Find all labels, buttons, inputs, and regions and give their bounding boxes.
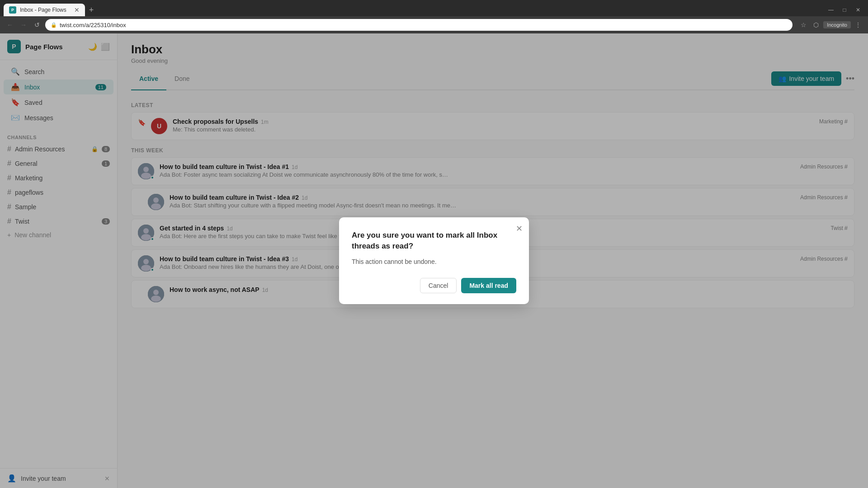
browser-tabs: P Inbox - Page Flows ✕ + — □ ✕	[0, 0, 868, 16]
active-tab[interactable]: P Inbox - Page Flows ✕	[4, 4, 85, 16]
browser-actions: ☆ ⬡ Incognito ⋮	[798, 19, 863, 30]
address-url: twist.com/a/225310/inbox	[60, 22, 126, 28]
tab-title: Inbox - Page Flows	[20, 7, 71, 13]
dialog-overlay: ✕ Are you sure you want to mark all Inbo…	[0, 33, 868, 488]
menu-button[interactable]: ⋮	[853, 19, 863, 30]
lock-icon: 🔒	[51, 22, 57, 28]
cancel-button[interactable]: Cancel	[420, 278, 457, 293]
close-window-button[interactable]: ✕	[852, 4, 864, 16]
browser-bar: ← → ↺ 🔒 twist.com/a/225310/inbox ☆ ⬡ Inc…	[0, 16, 868, 33]
browser-chrome: P Inbox - Page Flows ✕ + — □ ✕ ← → ↺ 🔒 t…	[0, 0, 868, 33]
dialog-body: This action cannot be undone.	[352, 258, 516, 265]
new-tab-button[interactable]: +	[85, 4, 98, 16]
extension-button[interactable]: ⬡	[811, 19, 821, 30]
confirm-dialog: ✕ Are you sure you want to mark all Inbo…	[339, 217, 529, 304]
tab-favicon: P	[9, 6, 16, 14]
dialog-actions: Cancel Mark all read	[352, 278, 516, 293]
tab-controls: — □ ✕	[825, 4, 864, 16]
dialog-title: Are you sure you want to mark all Inbox …	[352, 230, 516, 252]
maximize-button[interactable]: □	[838, 4, 851, 16]
incognito-badge: Incognito	[823, 21, 851, 28]
tab-close-button[interactable]: ✕	[74, 6, 80, 14]
bookmark-button[interactable]: ☆	[798, 19, 809, 30]
forward-button[interactable]: →	[18, 19, 29, 30]
address-bar[interactable]: 🔒 twist.com/a/225310/inbox	[45, 19, 793, 31]
mark-all-read-button[interactable]: Mark all read	[461, 278, 516, 293]
minimize-button[interactable]: —	[825, 4, 837, 16]
back-button[interactable]: ←	[5, 19, 15, 30]
reload-button[interactable]: ↺	[32, 19, 42, 30]
dialog-close-button[interactable]: ✕	[516, 224, 523, 234]
